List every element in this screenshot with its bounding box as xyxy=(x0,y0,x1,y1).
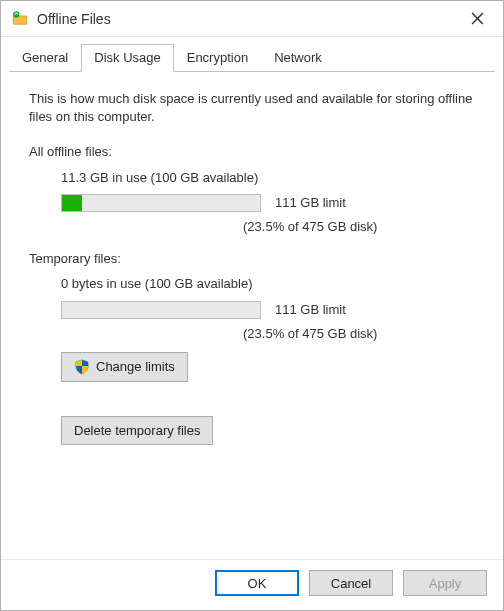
temp-usage-text: 0 bytes in use (100 GB available) xyxy=(61,275,475,293)
all-usage-text: 11.3 GB in use (100 GB available) xyxy=(61,169,475,187)
all-pct-text: (23.5% of 475 GB disk) xyxy=(243,218,475,236)
folder-sync-icon xyxy=(11,10,29,28)
temp-limit-text: 111 GB limit xyxy=(275,301,346,319)
temp-progress-bar xyxy=(61,301,261,319)
tab-general[interactable]: General xyxy=(9,44,81,71)
delete-temp-label: Delete temporary files xyxy=(74,422,200,440)
close-button[interactable] xyxy=(457,5,497,33)
tab-encryption[interactable]: Encryption xyxy=(174,44,261,71)
apply-button: Apply xyxy=(403,570,487,596)
dialog-button-row: OK Cancel Apply xyxy=(1,559,503,610)
temp-files-label: Temporary files: xyxy=(29,250,475,268)
tab-network[interactable]: Network xyxy=(261,44,335,71)
titlebar: Offline Files xyxy=(1,1,503,37)
change-limits-button[interactable]: Change limits xyxy=(61,352,188,382)
temp-pct-text: (23.5% of 475 GB disk) xyxy=(243,325,475,343)
svg-point-0 xyxy=(13,11,19,17)
offline-files-dialog: Offline Files General Disk Usage Encrypt… xyxy=(0,0,504,611)
all-progress-bar xyxy=(61,194,261,212)
all-offline-label: All offline files: xyxy=(29,143,475,161)
tab-disk-usage[interactable]: Disk Usage xyxy=(81,44,173,72)
intro-text: This is how much disk space is currently… xyxy=(29,90,475,125)
change-limits-label: Change limits xyxy=(96,358,175,376)
cancel-button[interactable]: Cancel xyxy=(309,570,393,596)
uac-shield-icon xyxy=(74,359,90,375)
all-progress-fill xyxy=(62,195,82,211)
tab-bar: General Disk Usage Encryption Network xyxy=(1,37,503,71)
ok-button[interactable]: OK xyxy=(215,570,299,596)
delete-temp-button[interactable]: Delete temporary files xyxy=(61,416,213,446)
all-limit-text: 111 GB limit xyxy=(275,194,346,212)
window-title: Offline Files xyxy=(37,11,457,27)
tab-content: This is how much disk space is currently… xyxy=(1,72,503,559)
